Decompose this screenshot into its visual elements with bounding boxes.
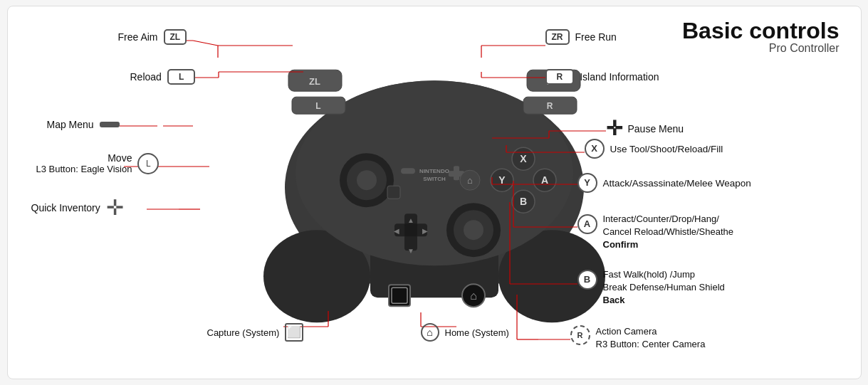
a-action-confirm: Confirm [603,239,639,250]
a-action-text: Interact/Counter/Drop/Hang/ Cancel Reloa… [603,213,734,252]
svg-text:L: L [315,101,320,111]
zl-button-icon: ZL [164,29,187,45]
free-aim-label: Free Aim [118,31,158,43]
controller-svg: ZL ZR L R ▲ [249,48,619,326]
l3-label: L3 Button: Eagle Vision [36,164,132,174]
move-label: Move [36,152,132,164]
dpad-icon: ✛ [106,197,124,218]
b-action-line1: Fast Walk(hold) /Jump [603,269,696,280]
svg-text:▲: ▲ [407,216,414,224]
r3-action-line2: R3 Button: Center Camera [596,339,706,349]
zr-button-icon: ZR [545,29,570,45]
b-action-line2: Break Defense/Human Shield [603,282,725,292]
x-button-icon: X [585,139,605,159]
svg-point-15 [357,170,377,190]
svg-text:B: B [519,196,526,207]
joystick-l-icon: L [137,153,159,174]
y-button-icon: Y [577,173,597,193]
reload-label: Reload [130,71,162,83]
home-button-icon: ⌂ [421,323,439,342]
page-title: Basic controls [682,19,840,42]
a-action-line1: Interact/Counter/Drop/Hang/ [603,213,719,224]
svg-line-49 [193,41,218,46]
svg-point-18 [464,220,483,240]
svg-text:⌂: ⌂ [470,290,477,302]
b-button-icon: B [577,270,597,290]
a-action-line2: Cancel Reload/Whistle/Sheathe [603,226,734,237]
svg-text:NINTENDO: NINTENDO [419,168,449,174]
a-button-icon: A [577,214,597,234]
free-aim-label-group: Free Aim ZL [118,29,187,45]
capture-button-icon: ⬜ [285,323,303,342]
quick-inventory-label-group: Quick Inventory ✛ [31,197,124,218]
capture-label: Capture (System) [207,327,280,338]
r-button-icon: R [545,69,575,85]
island-info-label: Island Information [580,71,659,83]
pause-menu-label: Pause Menu [628,123,684,135]
b-label-group: B Fast Walk(hold) /Jump Break Defense/Hu… [577,268,725,307]
pause-menu-label-group: ✛ Pause Menu [606,119,684,139]
capture-label-group: Capture (System) ⬜ [207,323,304,342]
svg-rect-26 [401,168,415,174]
svg-text:SWITCH: SWITCH [423,176,446,182]
svg-text:ZL: ZL [309,76,320,87]
title-area: Basic controls Pro Controller [682,19,840,55]
minus-button-icon [100,122,120,127]
free-run-label: Free Run [575,31,617,43]
x-action-label: Use Tool/Shoot/Reload/Fill [610,144,723,154]
svg-text:A: A [540,174,548,186]
main-container: Basic controls Pro Controller ZL ZR L [7,6,862,379]
b-action-text: Fast Walk(hold) /Jump Break Defense/Huma… [603,268,725,307]
island-info-label-group: R Island Information [545,69,659,85]
y-label-group: Y Attack/Assassinate/Melee Weapon [577,173,751,193]
r3-button-icon: R [570,325,590,345]
svg-rect-21 [404,223,417,236]
svg-text:▼: ▼ [407,247,414,255]
move-label-group: Move L3 Button: Eagle Vision L [36,152,160,174]
free-run-label-group: ZR Free Run [545,29,617,45]
reload-label-group: Reload L [130,69,196,85]
controller-image: ZL ZR L R ▲ [249,48,619,326]
plus-button-icon: ✛ [606,119,622,139]
map-menu-label-group: Map Menu [47,119,120,130]
r3-action-line1: Action Camera [596,326,657,337]
svg-text:⌂: ⌂ [467,175,473,186]
page-subtitle: Pro Controller [682,42,840,55]
x-label-group: X Use Tool/Shoot/Reload/Fill [585,139,723,159]
svg-text:X: X [520,153,527,164]
y-action-label: Attack/Assassinate/Melee Weapon [603,178,751,189]
svg-text:Y: Y [498,174,506,186]
l-button-icon: L [167,69,195,85]
b-action-back: Back [603,295,625,305]
svg-rect-31 [387,186,400,199]
svg-text:▶: ▶ [422,227,428,235]
r3-action-text: Action Camera R3 Button: Center Camera [596,325,706,351]
map-menu-label: Map Menu [47,119,94,130]
home-label: Home (System) [445,327,509,338]
r3-label-group: R Action Camera R3 Button: Center Camera [570,325,706,351]
home-label-group: ⌂ Home (System) [421,323,509,342]
svg-text:R: R [546,101,553,111]
quick-inventory-label: Quick Inventory [31,202,100,213]
svg-text:◀: ◀ [394,227,399,235]
a-label-group: A Interact/Counter/Drop/Hang/ Cancel Rel… [577,213,734,252]
